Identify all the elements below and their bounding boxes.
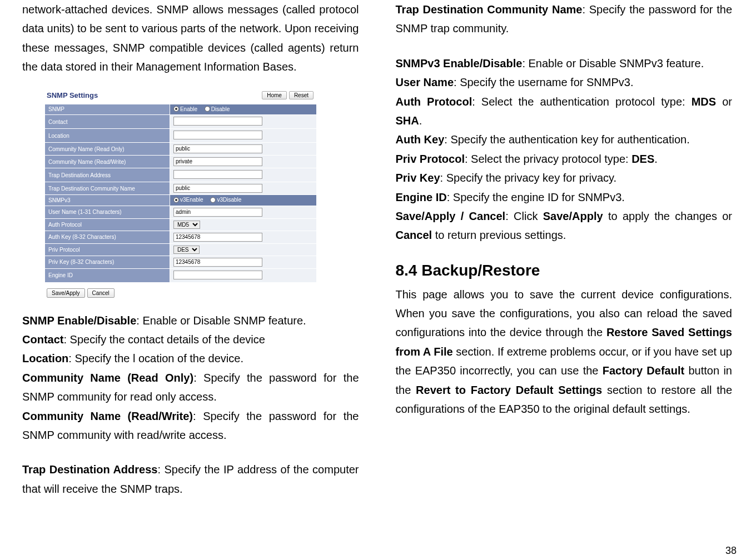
cancel-button[interactable]: Cancel bbox=[87, 288, 115, 298]
enable-text: Enable bbox=[180, 106, 197, 112]
def-snmp-enable: SNMP Enable/Disable: Enable or Disable S… bbox=[22, 311, 359, 330]
user-input[interactable]: admin bbox=[173, 208, 262, 217]
section-body: This page allows you to save the current… bbox=[396, 285, 733, 419]
def-username: User Name: Specify the username for SNMP… bbox=[396, 73, 733, 92]
v3disable-radio[interactable]: v3Disable bbox=[210, 197, 241, 203]
snmp-disable-radio[interactable]: Disable bbox=[205, 106, 230, 112]
def-authp: Auth Protocol: Select the authentication… bbox=[396, 92, 733, 131]
row-cnro-label: Community Name (Read Only) bbox=[45, 143, 170, 156]
v3enable-text: v3Enable bbox=[180, 197, 203, 203]
def-tda: Trap Destination Address: Specify the IP… bbox=[22, 460, 359, 498]
panel-title: SNMP Settings bbox=[47, 91, 98, 99]
def-cnro: Community Name (Read Only): Specify the … bbox=[22, 368, 359, 407]
v3disable-text: v3Disable bbox=[217, 197, 241, 203]
row-contact-label: Contact bbox=[45, 115, 170, 129]
row-privp-label: Priv Protocol bbox=[45, 243, 170, 256]
def-cnrw: Community Name (Read/Write): Specify the… bbox=[22, 407, 359, 445]
cnro-input[interactable]: public bbox=[173, 144, 262, 153]
def-save-cancel: Save/Apply / Cancel: Click Save/Apply to… bbox=[396, 207, 733, 245]
row-privk-label: Priv Key (8-32 Characters) bbox=[45, 256, 170, 268]
section-heading: 8.4 Backup/Restore bbox=[396, 262, 733, 279]
def-tdcn: Trap Destination Community Name: Specify… bbox=[396, 0, 733, 38]
privk-input[interactable]: 12345678 bbox=[173, 258, 262, 267]
def-contact: Contact: Specify the contact details of … bbox=[22, 330, 359, 349]
def-privk: Priv Key: Specify the privacy key for pr… bbox=[396, 168, 733, 187]
authk-input[interactable]: 12345678 bbox=[173, 233, 262, 242]
def-location: Location: Specify the l ocation of the d… bbox=[22, 349, 359, 368]
tdcn-input[interactable]: public bbox=[173, 184, 262, 193]
def-snmpv3: SNMPv3 Enable/Disable: Enable or Disable… bbox=[396, 54, 733, 73]
page-number: 38 bbox=[725, 545, 737, 557]
authp-select[interactable]: MD5 bbox=[173, 221, 200, 229]
snmp-table: SNMP Enable Disable Contact Location Com… bbox=[44, 104, 317, 283]
intro-paragraph: network-attached devices. SNMP allows me… bbox=[22, 0, 359, 77]
save-apply-button[interactable]: Save/Apply bbox=[47, 288, 85, 298]
def-privp: Priv Protocol: Select the privacy protoc… bbox=[396, 149, 733, 168]
cnrw-input[interactable]: private bbox=[173, 157, 262, 166]
row-tda-label: Trap Destination Address bbox=[45, 168, 170, 182]
engine-input[interactable] bbox=[173, 271, 262, 279]
privp-select[interactable]: DES bbox=[173, 246, 200, 254]
row-snmp-label: SNMP bbox=[45, 104, 170, 115]
disable-text: Disable bbox=[211, 106, 230, 112]
tda-input[interactable] bbox=[173, 170, 262, 179]
row-engine-label: Engine ID bbox=[45, 268, 170, 282]
reset-button[interactable]: Reset bbox=[289, 91, 314, 99]
snmp-settings-panel: SNMP Settings Home Reset SNMP Enable Dis… bbox=[44, 87, 317, 298]
def-authk: Auth Key: Specify the authentication key… bbox=[396, 130, 733, 149]
contact-input[interactable] bbox=[173, 117, 262, 126]
v3enable-radio[interactable]: v3Enable bbox=[173, 197, 203, 203]
row-tdcn-label: Trap Destination Community Name bbox=[45, 182, 170, 195]
home-button[interactable]: Home bbox=[262, 91, 287, 99]
def-engine: Engine ID: Specify the engine ID for SNM… bbox=[396, 188, 733, 207]
row-authp-label: Auth Protocol bbox=[45, 218, 170, 231]
location-input[interactable] bbox=[173, 131, 262, 139]
row-location-label: Location bbox=[45, 129, 170, 143]
row-cnrw-label: Community Name (Read/Write) bbox=[45, 156, 170, 168]
row-snmpv3-label: SNMPv3 bbox=[45, 195, 170, 206]
row-authk-label: Auth Key (8-32 Characters) bbox=[45, 231, 170, 243]
snmp-enable-radio[interactable]: Enable bbox=[173, 106, 197, 112]
row-user-label: User Name (1-31 Characters) bbox=[45, 206, 170, 218]
